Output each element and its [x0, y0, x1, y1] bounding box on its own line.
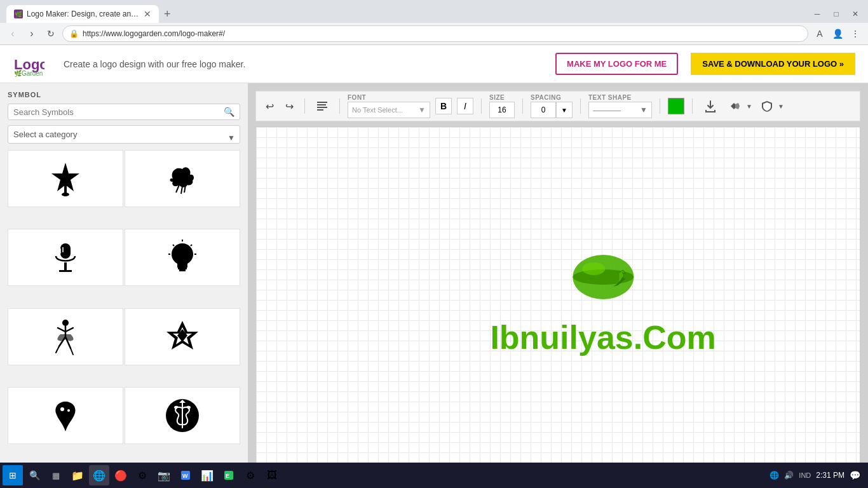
symbols-wrapper [8, 150, 240, 464]
text-shape-section: TEXT SHAPE ———— ▼ [588, 94, 652, 118]
spacing-input[interactable] [531, 102, 556, 118]
start-btn[interactable]: ⊞ [3, 465, 23, 485]
svg-point-17 [62, 320, 69, 326]
refresh-btn[interactable]: ↻ [43, 26, 58, 41]
search-input[interactable] [13, 107, 224, 117]
symbol-guitar-pick[interactable] [8, 387, 123, 444]
symbol-ballet-dancer[interactable] [8, 308, 123, 365]
svg-rect-3 [64, 184, 67, 193]
taskbar-icon-5[interactable]: W [175, 465, 196, 485]
profile-btn[interactable]: 👤 [830, 26, 845, 41]
svg-point-4 [62, 193, 69, 196]
toolbar-divider-7 [692, 98, 693, 114]
symbol-star-dancer[interactable] [8, 150, 123, 207]
logo-garden-brand: Logo 🌿Garden [13, 51, 44, 77]
svg-rect-7 [59, 270, 72, 272]
italic-btn[interactable]: I [457, 98, 473, 114]
shield-dropdown-icon[interactable]: ▼ [778, 103, 784, 110]
undo-btn[interactable]: ↩ [262, 98, 277, 114]
logo-text-display: Ibnuilyas.Com [490, 318, 715, 356]
text-shape-value: ———— [593, 106, 621, 114]
ssl-icon: 🔒 [69, 29, 79, 38]
taskbar-icon-6[interactable]: 📊 [197, 465, 217, 485]
toolbar-divider-6 [660, 98, 660, 114]
text-shape-label: TEXT SHAPE [588, 94, 652, 101]
symbol-section-label: SYMBOL [8, 91, 240, 98]
menu-btn[interactable]: ⋮ [848, 26, 863, 41]
svg-text:🌿Garden: 🌿Garden [14, 69, 43, 77]
symbol-microphone[interactable] [8, 229, 123, 286]
close-btn[interactable]: ✕ [848, 6, 863, 22]
address-bar[interactable]: 🔒 https://www.logogarden.com/logo-maker#… [62, 25, 808, 42]
svg-rect-5 [60, 243, 71, 259]
color-swatch[interactable] [668, 98, 684, 114]
file-explorer-btn[interactable]: 📁 [67, 465, 88, 485]
download-btn[interactable] [700, 97, 721, 115]
symbols-grid [8, 150, 240, 464]
minimize-btn[interactable]: ─ [810, 6, 825, 22]
taskbar-icon-9[interactable]: 🖼 [262, 465, 282, 485]
svg-rect-26 [317, 104, 326, 105]
svg-line-15 [173, 245, 174, 246]
app-header: Logo 🌿Garden Create a logo design with o… [0, 45, 868, 83]
browser-controls: ‹ › ↻ 🔒 https://www.logogarden.com/logo-… [0, 23, 868, 45]
chrome-btn[interactable]: 🌐 [89, 465, 109, 485]
taskbar-icon-3[interactable]: ⚙ [132, 465, 153, 485]
text-icon-btn[interactable] [313, 98, 332, 114]
size-label: SIZE [489, 94, 515, 101]
maximize-btn[interactable]: □ [829, 6, 844, 22]
font-label: FONT [348, 94, 430, 101]
tab-close-btn[interactable]: ✕ [144, 9, 151, 19]
notification-icon[interactable]: 💬 [850, 470, 860, 480]
spacing-label: SPACING [531, 94, 573, 101]
svg-point-21 [60, 407, 64, 411]
size-input[interactable] [489, 102, 515, 118]
category-select[interactable]: Select a category Music Dance Health Tec… [8, 125, 240, 144]
symbol-lightbulb[interactable] [125, 229, 240, 286]
volume-icon: 🔊 [784, 471, 794, 480]
effects-btn[interactable] [726, 98, 745, 114]
logo-garden-logo: Logo 🌿Garden [13, 51, 44, 77]
svg-rect-27 [317, 107, 327, 108]
language-indicator: IND [799, 471, 811, 479]
effects-dropdown-icon[interactable]: ▼ [746, 103, 752, 110]
task-view-btn[interactable]: ▦ [46, 465, 66, 485]
forward-btn[interactable]: › [24, 26, 39, 41]
effects-group: ▼ [726, 98, 752, 114]
text-shape-select[interactable]: ———— ▼ [588, 102, 652, 118]
svg-rect-11 [179, 269, 186, 271]
category-wrapper: Select a category Music Dance Health Tec… [8, 125, 240, 150]
taskbar-icon-8[interactable]: ⚙ [240, 465, 261, 485]
taskbar-icon-4[interactable]: 📷 [154, 465, 174, 485]
search-taskbar-btn[interactable]: 🔍 [24, 465, 44, 485]
url-text: https://www.logogarden.com/logo-maker#/ [83, 29, 801, 38]
new-tab-btn[interactable]: + [159, 8, 176, 21]
network-icon: 🌐 [770, 471, 779, 480]
size-section: SIZE [489, 94, 515, 118]
toolbar-divider-1 [304, 98, 305, 114]
taskbar-icon-2[interactable]: 🔴 [111, 465, 131, 485]
main-area: SYMBOL 🔍 Select a category Music Dance H… [0, 83, 868, 486]
browser-actions: A 👤 ⋮ [812, 26, 863, 41]
save-download-btn[interactable]: SAVE & DOWNLOAD YOUR LOGO » [691, 53, 855, 75]
redo-btn[interactable]: ↪ [282, 98, 297, 114]
search-icon: 🔍 [224, 107, 234, 117]
spacing-dropdown-btn[interactable]: ▼ [556, 102, 573, 118]
shield-btn[interactable] [757, 98, 776, 114]
tray-area: 🌐 🔊 IND 2:31 PM 💬 [770, 470, 865, 480]
active-tab[interactable]: 🌿 Logo Maker: Design, create and... ✕ [6, 5, 159, 23]
make-logo-btn[interactable]: MAKE MY LOGO FOR ME [555, 53, 678, 75]
back-btn[interactable]: ‹ [5, 26, 20, 41]
symbol-caduceus[interactable] [125, 387, 240, 444]
tagline: Create a logo design with our free logo … [64, 59, 543, 69]
symbol-diamond-burst[interactable] [125, 308, 240, 365]
taskbar-icon-7[interactable]: E [219, 465, 239, 485]
bold-btn[interactable]: B [435, 98, 452, 114]
drawing-canvas[interactable]: Ibnuilyas.Com [255, 126, 860, 478]
taskbar-time: 2:31 PM [816, 471, 844, 480]
translate-btn[interactable]: A [812, 26, 827, 41]
toolbar-divider-3 [481, 98, 482, 114]
svg-rect-25 [317, 102, 327, 103]
font-select[interactable]: No Text Select... ▼ [348, 102, 430, 118]
symbol-hand-dove[interactable] [125, 150, 240, 207]
